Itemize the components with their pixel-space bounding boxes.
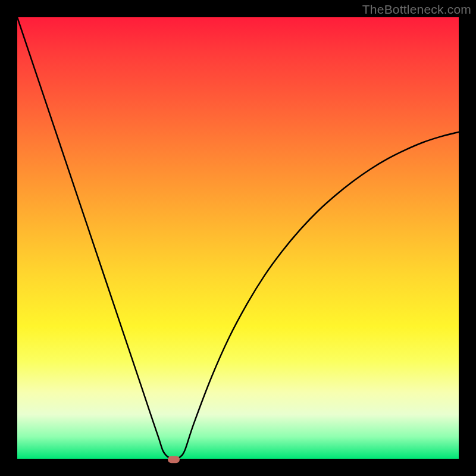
- chart-frame: TheBottleneck.com: [0, 0, 476, 476]
- watermark-text: TheBottleneck.com: [362, 2, 471, 17]
- bottleneck-curve: [17, 17, 459, 459]
- optimal-point-marker: [168, 456, 180, 463]
- plot-area: [17, 17, 459, 459]
